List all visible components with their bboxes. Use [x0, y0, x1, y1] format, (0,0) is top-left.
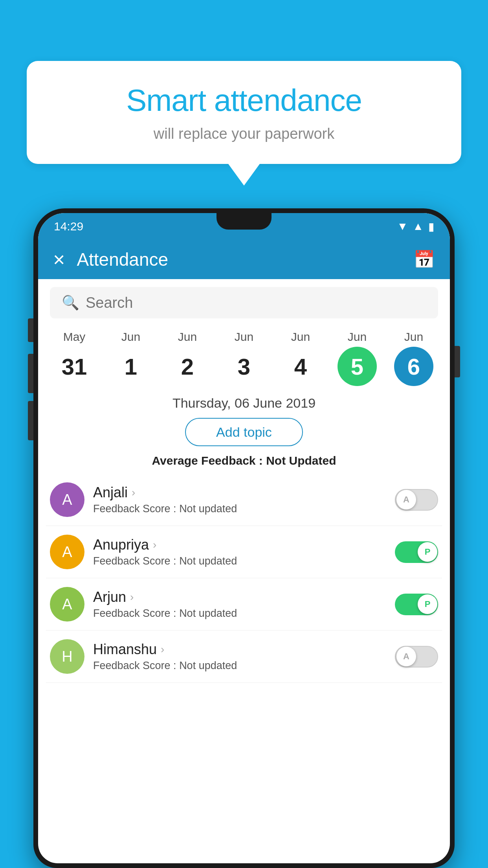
status-icons: ▼ ▲ ▮	[397, 220, 434, 233]
student-name-text: Anupriya	[93, 537, 149, 553]
cal-date-number[interactable]: 31	[55, 347, 94, 386]
calendar-day[interactable]: Jun4	[275, 330, 326, 386]
toggle-thumb: A	[396, 490, 416, 509]
cal-date-number[interactable]: 1	[111, 347, 150, 386]
feedback-score: Feedback Score : Not updated	[93, 660, 386, 672]
avatar: H	[50, 639, 84, 674]
search-input[interactable]	[86, 294, 426, 311]
cal-month-label: May	[63, 330, 86, 344]
calendar-icon[interactable]: 📅	[413, 249, 435, 270]
bubble-title: Smart attendance	[50, 83, 438, 118]
avatar: A	[50, 587, 84, 622]
student-item[interactable]: AAnjali ›Feedback Score : Not updatedA	[46, 474, 442, 526]
attendance-toggle[interactable]: A	[395, 646, 438, 668]
student-item[interactable]: AAnupriya ›Feedback Score : Not updatedP	[46, 526, 442, 578]
toggle-track: P	[395, 541, 438, 563]
calendar-day[interactable]: May31	[49, 330, 100, 386]
toggle-track: P	[395, 594, 438, 615]
search-bar[interactable]: 🔍	[50, 287, 438, 318]
feedback-score: Feedback Score : Not updated	[93, 503, 386, 515]
student-name: Himanshu ›	[93, 641, 386, 658]
silent-button	[28, 401, 33, 440]
cal-month-label: Jun	[291, 330, 310, 344]
chevron-right-icon: ›	[132, 486, 135, 499]
status-time: 14:29	[54, 220, 83, 233]
feedback-score: Feedback Score : Not updated	[93, 607, 386, 620]
student-item[interactable]: AArjun ›Feedback Score : Not updatedP	[46, 578, 442, 631]
toggle-track: A	[395, 646, 438, 668]
student-name-text: Arjun	[93, 589, 126, 605]
volume-down-button	[28, 354, 33, 393]
cal-month-label: Jun	[235, 330, 253, 344]
selected-date: Thursday, 06 June 2019	[38, 395, 450, 411]
cal-date-number[interactable]: 5	[338, 347, 377, 386]
battery-icon: ▮	[428, 220, 434, 233]
feedback-value: Not updated	[179, 607, 237, 619]
cal-date-number[interactable]: 4	[281, 347, 320, 386]
student-info: Anjali ›Feedback Score : Not updated	[93, 484, 386, 515]
wifi-icon: ▼	[397, 220, 408, 233]
signal-icon: ▲	[413, 220, 424, 233]
chevron-right-icon: ›	[130, 591, 134, 603]
app-title: Attendance	[77, 249, 402, 270]
bubble-tail	[228, 164, 260, 186]
cal-month-label: Jun	[348, 330, 367, 344]
feedback-value: Not updated	[179, 503, 237, 515]
attendance-toggle[interactable]: A	[395, 489, 438, 511]
chevron-right-icon: ›	[161, 643, 164, 656]
avg-feedback-label: Average Feedback :	[152, 454, 266, 467]
cal-month-label: Jun	[178, 330, 197, 344]
student-info: Arjun ›Feedback Score : Not updated	[93, 589, 386, 620]
cal-date-number[interactable]: 2	[168, 347, 207, 386]
student-item[interactable]: HHimanshu ›Feedback Score : Not updatedA	[46, 631, 442, 683]
cal-month-label: Jun	[121, 330, 140, 344]
student-name: Arjun ›	[93, 589, 386, 605]
chevron-right-icon: ›	[153, 539, 156, 551]
avatar: A	[50, 482, 84, 517]
average-feedback: Average Feedback : Not Updated	[38, 454, 450, 467]
bubble-subtitle: will replace your paperwork	[50, 125, 438, 142]
calendar-day[interactable]: Jun5	[332, 330, 383, 386]
phone-screen: 14:29 ▼ ▲ ▮ × Attendance 📅 🔍 May31Jun1Ju…	[38, 213, 450, 863]
feedback-label: Feedback Score :	[93, 503, 179, 515]
cal-month-label: Jun	[404, 330, 423, 344]
feedback-label: Feedback Score :	[93, 607, 179, 619]
feedback-label: Feedback Score :	[93, 660, 179, 671]
avatar: A	[50, 535, 84, 569]
toggle-thumb: P	[418, 594, 437, 614]
add-topic-button[interactable]: Add topic	[185, 418, 303, 446]
attendance-toggle[interactable]: P	[395, 541, 438, 563]
close-button[interactable]: ×	[53, 249, 65, 270]
student-info: Himanshu ›Feedback Score : Not updated	[93, 641, 386, 672]
toggle-track: A	[395, 489, 438, 511]
student-info: Anupriya ›Feedback Score : Not updated	[93, 537, 386, 567]
avg-feedback-value: Not Updated	[266, 454, 336, 467]
speech-bubble: Smart attendance will replace your paper…	[27, 61, 461, 164]
calendar-day[interactable]: Jun3	[218, 330, 270, 386]
speech-bubble-container: Smart attendance will replace your paper…	[27, 61, 461, 186]
toggle-thumb: A	[396, 647, 416, 666]
calendar-day[interactable]: Jun2	[162, 330, 213, 386]
cal-date-number[interactable]: 6	[394, 347, 433, 386]
app-bar: × Attendance 📅	[38, 240, 450, 279]
attendance-toggle[interactable]: P	[395, 594, 438, 615]
phone-notch	[216, 213, 272, 230]
student-name-text: Himanshu	[93, 641, 157, 658]
feedback-value: Not updated	[179, 555, 237, 567]
search-icon: 🔍	[62, 294, 79, 311]
student-name: Anupriya ›	[93, 537, 386, 553]
calendar-day[interactable]: Jun6	[388, 330, 439, 386]
student-name-text: Anjali	[93, 484, 128, 501]
power-button	[455, 346, 460, 377]
volume-up-button	[28, 318, 33, 342]
feedback-label: Feedback Score :	[93, 555, 179, 567]
calendar-day[interactable]: Jun1	[105, 330, 156, 386]
feedback-value: Not updated	[179, 660, 237, 671]
cal-date-number[interactable]: 3	[224, 347, 264, 386]
phone-frame: 14:29 ▼ ▲ ▮ × Attendance 📅 🔍 May31Jun1Ju…	[33, 208, 455, 868]
student-list: AAnjali ›Feedback Score : Not updatedAAA…	[38, 474, 450, 683]
feedback-score: Feedback Score : Not updated	[93, 555, 386, 567]
calendar-strip: May31Jun1Jun2Jun3Jun4Jun5Jun6	[38, 326, 450, 386]
student-name: Anjali ›	[93, 484, 386, 501]
toggle-thumb: P	[418, 542, 437, 562]
